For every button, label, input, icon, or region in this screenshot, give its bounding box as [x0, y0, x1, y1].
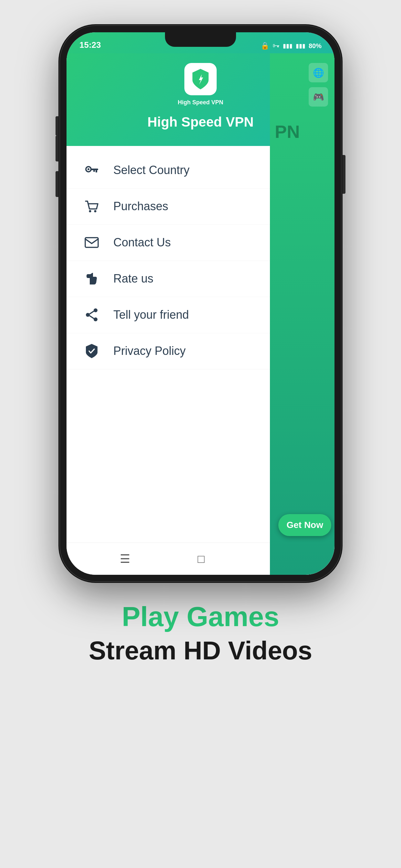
- contact-us-label: Contact Us: [113, 236, 171, 249]
- battery-icon: 80%: [309, 42, 321, 50]
- svg-point-1: [88, 168, 89, 170]
- svg-point-9: [86, 313, 90, 317]
- shield-check-menu-icon: [83, 342, 100, 360]
- svg-rect-7: [85, 238, 98, 247]
- share-menu-icon: [83, 306, 100, 324]
- key-menu-icon: [83, 161, 100, 179]
- key-icon: 🗝: [273, 42, 280, 50]
- svg-rect-3: [96, 170, 97, 173]
- svg-point-8: [94, 308, 97, 312]
- power-button: [56, 116, 59, 135]
- svg-line-11: [90, 311, 94, 314]
- svg-point-5: [89, 210, 91, 213]
- lock-icon: 🔒: [260, 42, 269, 50]
- app-title: High Speed VPN: [147, 114, 253, 130]
- svg-line-12: [90, 316, 94, 318]
- rate-us-label: Rate us: [113, 272, 153, 285]
- screen: 15:23 🔒 🗝 ▮▮▮ ▮▮▮ 80%: [66, 32, 335, 575]
- app-logo-text: High Speed VPN: [178, 99, 223, 106]
- select-country-label: Select Country: [113, 163, 189, 177]
- stream-hd-heading: Stream HD Videos: [89, 636, 312, 665]
- status-icons: 🔒 🗝 ▮▮▮ ▮▮▮ 80%: [260, 42, 321, 50]
- app-logo: [184, 63, 217, 95]
- volume-down-button: [56, 171, 59, 197]
- get-now-peek-button[interactable]: Get Now: [278, 514, 331, 536]
- volume-up-button: [56, 135, 59, 161]
- status-time: 15:23: [80, 40, 101, 50]
- home-nav-icon[interactable]: □: [197, 552, 205, 566]
- wifi-icon: ▮▮▮: [296, 42, 305, 50]
- play-games-heading: Play Games: [122, 600, 279, 632]
- tell-friend-label: Tell your friend: [113, 308, 189, 321]
- page-container: 15:23 🔒 🗝 ▮▮▮ ▮▮▮ 80%: [0, 0, 401, 868]
- signal-icon: ▮▮▮: [283, 42, 292, 50]
- right-button: [342, 155, 345, 194]
- notch: [165, 32, 236, 47]
- privacy-policy-label: Privacy Policy: [113, 344, 186, 358]
- svg-rect-2: [91, 168, 98, 170]
- peek-content: 🌐 🎮 PN: [270, 53, 335, 152]
- background-app-peek: 🌐 🎮 PN Get Now: [270, 53, 335, 575]
- globe-peek-icon: 🌐: [309, 63, 328, 82]
- bottom-text-section: Play Games Stream HD Videos: [89, 600, 312, 665]
- phone-shell: 15:23 🔒 🗝 ▮▮▮ ▮▮▮ 80%: [60, 26, 341, 581]
- game-peek-icon: 🎮: [309, 87, 328, 106]
- cart-menu-icon: [83, 197, 100, 215]
- vpn-peek-text: PN: [273, 121, 331, 142]
- menu-nav-icon[interactable]: ☰: [120, 552, 130, 566]
- svg-point-6: [94, 210, 96, 213]
- svg-rect-4: [93, 170, 95, 172]
- svg-point-10: [94, 317, 97, 321]
- thumbs-up-menu-icon: [83, 270, 100, 288]
- vpn-shield-logo-icon: [191, 68, 210, 90]
- mail-menu-icon: [83, 234, 100, 252]
- purchases-label: Purchases: [113, 199, 168, 213]
